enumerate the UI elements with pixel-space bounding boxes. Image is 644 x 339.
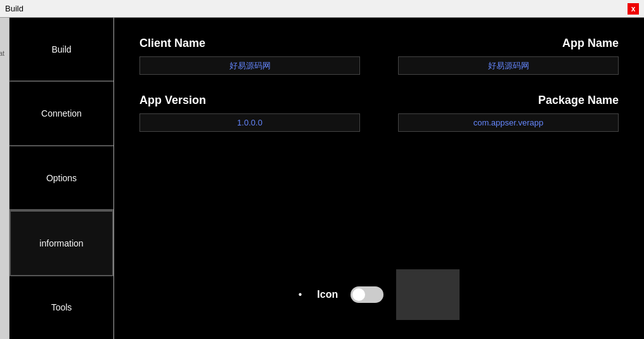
app-version-label: App Version [139,94,360,107]
title-bar: Build x [0,0,644,18]
sidebar-item-tools[interactable]: Tools [10,276,113,339]
toggle-slider [351,286,383,303]
icon-label: Icon [317,289,338,300]
close-button[interactable]: x [628,3,639,15]
app-container: Build Connetion Options information Tool… [0,18,644,339]
sidebar: Build Connetion Options information Tool… [10,18,114,339]
form-grid: Client Name App Name App Version Package… [139,37,619,132]
sidebar-item-information[interactable]: information [10,210,113,276]
app-name-label: App Name [398,37,619,50]
main-content: Client Name App Name App Version Package… [114,18,644,339]
icon-bullet: • [299,289,302,300]
icon-preview-box [396,269,460,320]
package-name-input[interactable] [398,113,619,132]
icon-toggle[interactable] [351,286,383,303]
sidebar-item-options[interactable]: Options [10,146,113,210]
app-version-input[interactable] [139,113,360,132]
sidebar-partial [0,18,10,339]
app-version-group: App Version [139,94,360,132]
app-name-input[interactable] [398,56,619,75]
app-name-group: App Name [398,37,619,75]
client-name-input[interactable] [139,56,360,75]
window-title: Build [5,4,23,13]
package-name-label: Package Name [398,94,619,107]
client-name-label: Client Name [139,37,360,50]
sidebar-item-connection[interactable]: Connetion [10,82,113,146]
client-name-group: Client Name [139,37,360,75]
icon-section: • Icon [114,269,644,320]
package-name-group: Package Name [398,94,619,132]
sidebar-item-build[interactable]: Build [10,18,113,82]
